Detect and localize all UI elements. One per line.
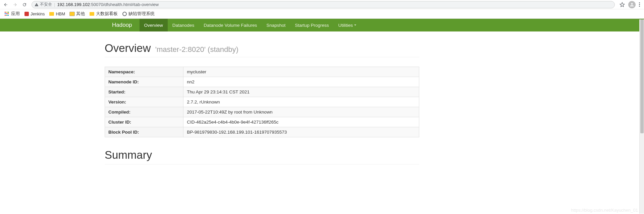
bookmark-jenkins[interactable]: Jenkins	[24, 12, 45, 16]
row-label: Cluster ID:	[105, 117, 183, 127]
scrollbar[interactable]	[639, 19, 644, 171]
tab-overview[interactable]: Overview	[140, 19, 168, 31]
bookmark-other[interactable]: 其他	[70, 11, 85, 17]
overview-table: Namespace:myclusterNamenode ID:nn2Starte…	[105, 67, 419, 137]
row-label: Namenode ID:	[105, 77, 183, 87]
gear-icon	[122, 12, 127, 16]
tab-datanodes[interactable]: Datanodes	[168, 19, 199, 31]
hadoop-brand[interactable]: Hadoop	[105, 19, 140, 31]
hadoop-navbar: Hadoop Overview Datanodes Datanode Volum…	[0, 19, 644, 31]
row-label: Started:	[105, 87, 183, 97]
browser-toolbar: 不安全 | 192.168.199.102:50070/dfshealth.ht…	[0, 0, 644, 9]
overview-subtitle: 'master-2:8020' (standby)	[155, 45, 238, 54]
row-label: Block Pool ID:	[105, 127, 183, 137]
table-row: Namespace:mycluster	[105, 67, 419, 77]
folder-icon	[90, 12, 94, 16]
folder-icon	[49, 12, 54, 16]
table-row: Started:Thu Apr 29 23:14:31 CST 2021	[105, 87, 419, 97]
row-value: CID-462a25e4-c4b4-4b0e-9e4f-427136ff265c	[183, 117, 419, 127]
apps-icon	[5, 12, 9, 16]
table-row: Namenode ID:nn2	[105, 77, 419, 87]
row-label: Namespace:	[105, 67, 183, 77]
jenkins-icon	[24, 12, 29, 16]
table-row: Cluster ID:CID-462a25e4-c4b4-4b0e-9e4f-4…	[105, 117, 419, 127]
reload-button[interactable]	[21, 1, 28, 8]
overview-heading: Overview 'master-2:8020' (standby)	[105, 42, 419, 57]
bookmark-hbm[interactable]: HBM	[49, 12, 65, 16]
forward-button[interactable]	[11, 1, 19, 8]
bookmark-bigdata[interactable]: 大数据看板	[90, 11, 118, 17]
bookmark-defect[interactable]: 缺陷管理系统	[122, 11, 155, 17]
bookmarks-bar: 应用 Jenkins HBM 其他 大数据看板 缺陷管理系统	[0, 9, 644, 19]
row-value: 2017-05-22T10:49Z by root from Unknown	[183, 107, 419, 117]
security-label: 不安全	[40, 2, 52, 7]
folder-icon	[70, 12, 74, 16]
warning-icon	[35, 3, 39, 7]
row-value: nn2	[183, 77, 419, 87]
overview-title: Overview	[105, 42, 151, 54]
row-label: Version:	[105, 97, 183, 107]
row-value: Thu Apr 29 23:14:31 CST 2021	[183, 87, 419, 97]
tab-startup-progress[interactable]: Startup Progress	[290, 19, 333, 31]
summary-heading: Summary	[105, 149, 419, 164]
profile-avatar[interactable]	[628, 1, 636, 8]
back-button[interactable]	[2, 1, 9, 8]
tab-utilities[interactable]: Utilities	[334, 19, 361, 31]
chevron-down-icon	[354, 24, 356, 26]
table-row: Block Pool ID:BP-981979830-192.168.199.1…	[105, 127, 419, 137]
tab-snapshot[interactable]: Snapshot	[262, 19, 290, 31]
table-row: Version:2.7.2, rUnknown	[105, 97, 419, 107]
row-value: 2.7.2, rUnknown	[183, 97, 419, 107]
security-indicator: 不安全	[35, 2, 52, 7]
row-label: Compiled:	[105, 107, 183, 117]
menu-button[interactable]	[639, 2, 640, 7]
tab-datanode-volume-failures[interactable]: Datanode Volume Failures	[199, 19, 262, 31]
url-text: 192.168.199.102:50070/dfshealth.html#tab…	[57, 2, 159, 7]
apps-button[interactable]: 应用	[5, 11, 20, 17]
scrollbar-thumb[interactable]	[640, 19, 644, 133]
row-value: mycluster	[183, 67, 419, 77]
table-row: Compiled:2017-05-22T10:49Z by root from …	[105, 107, 419, 117]
star-icon[interactable]	[620, 2, 625, 7]
row-value: BP-981979830-192.168.199.101-16197079355…	[183, 127, 419, 137]
address-bar[interactable]: 不安全 | 192.168.199.102:50070/dfshealth.ht…	[32, 1, 615, 8]
page-content: Overview 'master-2:8020' (standby) Names…	[105, 31, 419, 171]
